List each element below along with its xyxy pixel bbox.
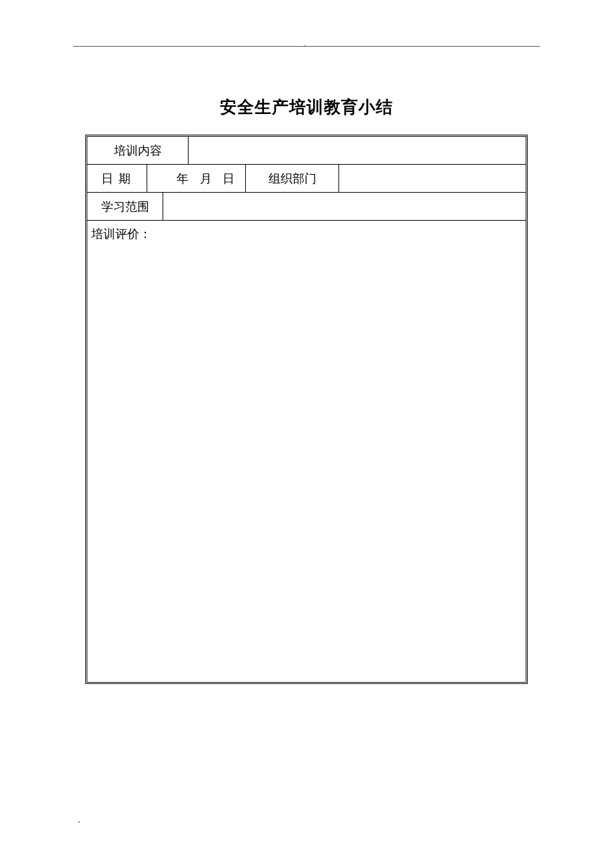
value-study-scope: [163, 193, 526, 221]
row-training-content: 培训内容: [87, 137, 526, 165]
value-training-content: [189, 137, 526, 165]
footer-dot: .: [78, 815, 81, 825]
form-table: 培训内容 日期 年 月 日 组织部门 学习范围 培训评价：: [85, 135, 528, 684]
label-training-eval: 培训评价：: [91, 226, 151, 242]
row-study-scope: 学习范围: [87, 193, 526, 221]
value-date: 年 月 日: [147, 165, 246, 193]
row-date-dept: 日期 年 月 日 组织部门: [87, 165, 526, 193]
label-date: 日期: [87, 165, 147, 193]
value-org-dept: [339, 165, 526, 193]
row-training-eval: 培训评价：: [87, 221, 526, 682]
label-org-dept: 组织部门: [246, 165, 339, 193]
header-rule: [73, 46, 540, 47]
page-title: 安全生产培训教育小结: [0, 96, 613, 118]
label-study-scope: 学习范围: [87, 193, 163, 221]
header-dot: .: [304, 39, 306, 49]
label-training-content: 培训内容: [87, 137, 189, 165]
